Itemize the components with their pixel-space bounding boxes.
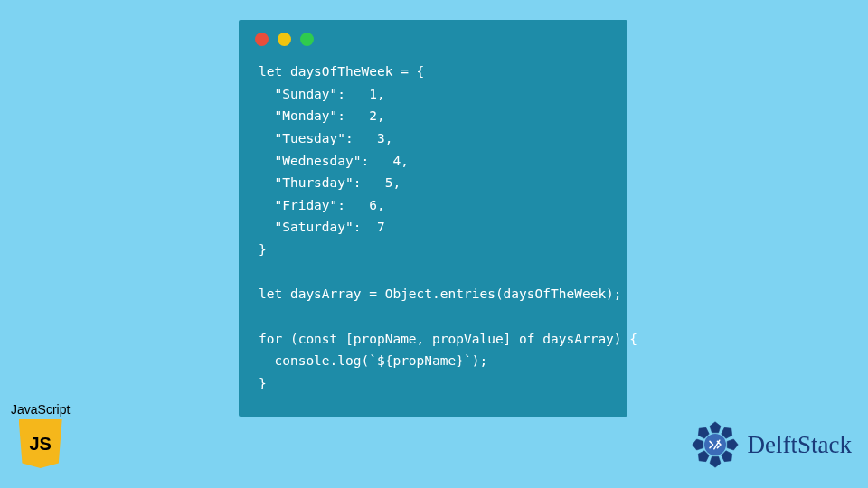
delftstack-emblem-icon xyxy=(688,418,742,472)
window-controls xyxy=(239,20,627,55)
delftstack-logo: DelftStack xyxy=(688,418,852,472)
javascript-label: JavaScript xyxy=(11,402,70,417)
svg-point-0 xyxy=(704,434,726,455)
code-block: let daysOfTheWeek = { "Sunday": 1, "Mond… xyxy=(239,55,627,400)
javascript-shield-icon: JS xyxy=(19,419,62,468)
code-window: let daysOfTheWeek = { "Sunday": 1, "Mond… xyxy=(239,20,627,417)
maximize-icon xyxy=(300,33,314,46)
close-icon xyxy=(255,33,269,46)
delftstack-text: DelftStack xyxy=(748,431,852,459)
javascript-icon-text: JS xyxy=(29,434,51,455)
javascript-badge: JavaScript JS xyxy=(11,402,70,468)
minimize-icon xyxy=(278,33,291,46)
